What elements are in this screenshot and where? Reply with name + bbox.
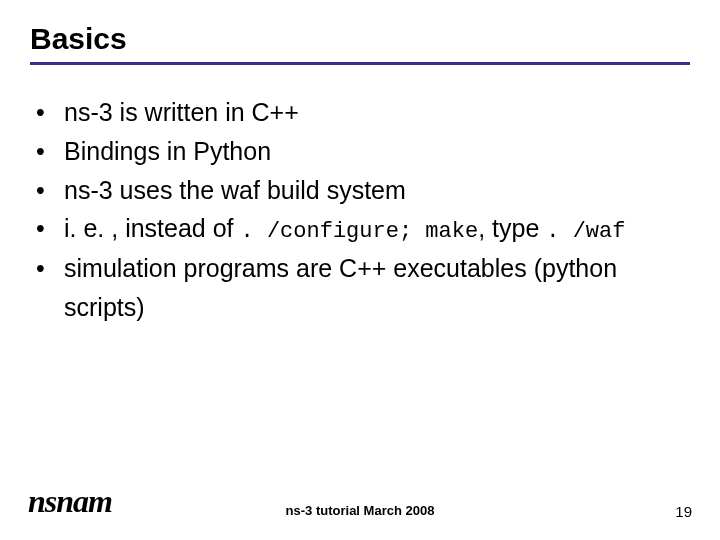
bullet-text: , type [478,214,546,242]
slide: Basics ns-3 is written in C++ Bindings i… [0,0,720,540]
code-span: . /waf [546,219,625,244]
list-item: ns-3 is written in C++ [36,93,690,132]
slide-title: Basics [30,22,690,56]
bullet-text: i. e. , instead of [64,214,241,242]
list-item: i. e. , instead of . /configure; make, t… [36,209,690,249]
logo: nsnam [28,483,112,520]
bullet-text: ns-3 uses the waf build system [64,176,406,204]
code-span: . /configure; make [241,219,479,244]
list-item: ns-3 uses the waf build system [36,171,690,210]
bullet-list: ns-3 is written in C++ Bindings in Pytho… [30,93,690,327]
bullet-text: simulation programs are C++ executables … [64,254,617,321]
footer-center-text: ns-3 tutorial March 2008 [286,503,435,518]
bullet-text: Bindings in Python [64,137,271,165]
page-number: 19 [675,503,692,520]
title-rule [30,62,690,65]
list-item: simulation programs are C++ executables … [36,249,690,327]
list-item: Bindings in Python [36,132,690,171]
bullet-text: ns-3 is written in C++ [64,98,299,126]
